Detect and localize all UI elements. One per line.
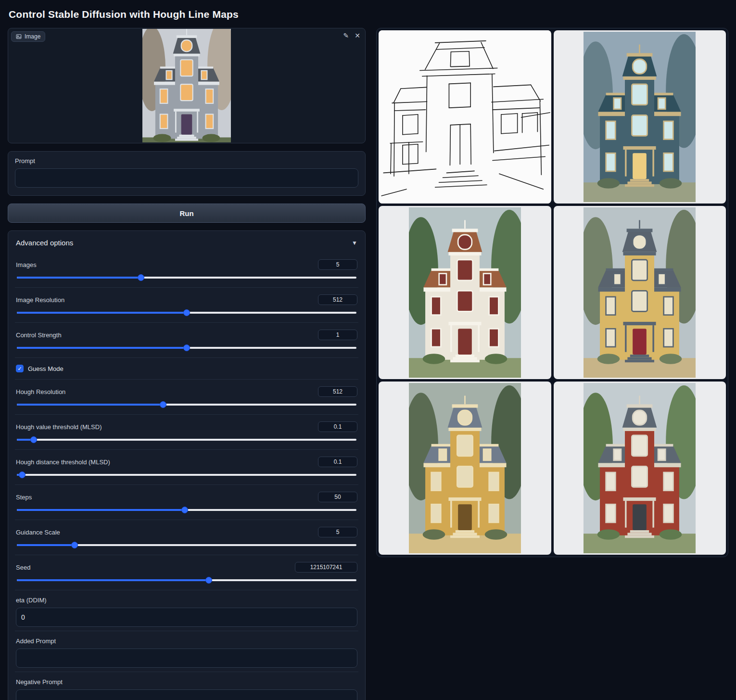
slider-row-image-resolution: Image Resolution 512 bbox=[15, 287, 358, 322]
slider-handle-images[interactable] bbox=[138, 274, 144, 281]
gallery-item-result-5[interactable] bbox=[554, 382, 726, 555]
guess-mode-checkbox[interactable]: ✓ bbox=[16, 365, 24, 372]
slider-handle-hough-distance-threshold[interactable] bbox=[19, 471, 25, 478]
slider-value-image-resolution[interactable]: 512 bbox=[318, 294, 357, 305]
slider-row-hough-distance-threshold: Hough distance threshold (MLSD) 0.1 bbox=[15, 449, 358, 484]
input-image[interactable] bbox=[142, 29, 231, 142]
slider-handle-control-strength[interactable] bbox=[183, 344, 190, 351]
slider-value-hough-value-threshold[interactable]: 0.1 bbox=[318, 421, 357, 432]
eta-label: eta (DDIM) bbox=[16, 597, 357, 604]
slider-value-hough-resolution[interactable]: 512 bbox=[318, 386, 357, 397]
slider-track-seed[interactable] bbox=[17, 579, 356, 581]
slider-value-steps[interactable]: 50 bbox=[318, 492, 357, 502]
slider-label-hough-resolution: Hough Resolution bbox=[16, 388, 65, 395]
results-column bbox=[376, 28, 728, 557]
slider-fill bbox=[17, 312, 187, 314]
run-button[interactable]: Run bbox=[8, 204, 366, 223]
slider-value-guidance-scale[interactable]: 5 bbox=[318, 527, 357, 537]
slider-row-guidance-scale: Guidance Scale 5 bbox=[15, 520, 358, 555]
slider-handle-hough-resolution[interactable] bbox=[160, 401, 166, 408]
prompt-input[interactable] bbox=[15, 168, 358, 188]
pencil-icon: ✎ bbox=[343, 32, 349, 39]
slider-track-images[interactable] bbox=[17, 277, 356, 279]
gallery-image-hough-map[interactable] bbox=[379, 30, 551, 204]
negative-prompt-input[interactable] bbox=[16, 689, 357, 700]
slider-track-hough-distance-threshold[interactable] bbox=[17, 474, 356, 476]
slider-row-control-strength: Control Strength 1 bbox=[15, 322, 358, 357]
added-prompt-label: Added Prompt bbox=[16, 637, 357, 645]
slider-handle-steps[interactable] bbox=[181, 507, 188, 513]
gallery-image-result-2[interactable] bbox=[409, 207, 521, 378]
remove-image-button[interactable]: ✕ bbox=[355, 32, 360, 39]
image-tab-label: Image bbox=[25, 33, 40, 40]
slider-handle-guidance-scale[interactable] bbox=[71, 542, 78, 548]
slider-handle-image-resolution[interactable] bbox=[183, 309, 190, 316]
gallery-image-result-3[interactable] bbox=[584, 207, 696, 378]
slider-label-image-resolution: Image Resolution bbox=[16, 296, 64, 304]
gallery-item-hough-map[interactable] bbox=[379, 30, 551, 204]
slider-value-seed[interactable]: 1215107241 bbox=[295, 562, 357, 573]
slider-label-hough-value-threshold: Hough value threshold (MLSD) bbox=[16, 423, 102, 431]
gallery-image-result-1[interactable] bbox=[584, 32, 696, 202]
slider-row-steps: Steps 50 bbox=[15, 484, 358, 520]
slider-value-images[interactable]: 5 bbox=[318, 259, 357, 270]
negative-prompt-label: Negative Prompt bbox=[16, 678, 357, 686]
slider-value-hough-distance-threshold[interactable]: 0.1 bbox=[318, 457, 357, 467]
slider-label-images: Images bbox=[16, 261, 37, 268]
slider-label-seed: Seed bbox=[16, 564, 30, 571]
prompt-block: Prompt bbox=[8, 151, 366, 196]
collapse-caret-icon[interactable]: ▼ bbox=[352, 240, 357, 246]
edit-image-button[interactable]: ✎ bbox=[343, 32, 349, 39]
slider-fill bbox=[17, 404, 163, 406]
advanced-options-title: Advanced options bbox=[16, 239, 73, 247]
slider-row-seed: Seed 1215107241 bbox=[15, 555, 358, 590]
slider-label-control-strength: Control Strength bbox=[16, 331, 62, 339]
slider-track-hough-value-threshold[interactable] bbox=[17, 439, 356, 441]
slider-track-guidance-scale[interactable] bbox=[17, 544, 356, 546]
controls-column: Image ✎ ✕ Prompt Run Ad bbox=[8, 28, 366, 700]
added-prompt-input[interactable] bbox=[16, 649, 357, 668]
slider-track-hough-resolution[interactable] bbox=[17, 404, 356, 406]
slider-handle-seed[interactable] bbox=[205, 577, 212, 584]
slider-fill bbox=[17, 544, 75, 546]
advanced-options-panel: Advanced options ▼ Images 5 bbox=[8, 230, 366, 700]
slider-track-control-strength[interactable] bbox=[17, 347, 356, 349]
gallery-item-result-3[interactable] bbox=[554, 206, 726, 379]
gallery-item-result-1[interactable] bbox=[554, 30, 726, 204]
slider-fill bbox=[17, 579, 209, 581]
app: Control Stable Diffusion with Hough Line… bbox=[0, 0, 736, 700]
slider-handle-hough-value-threshold[interactable] bbox=[30, 436, 37, 443]
eta-input[interactable] bbox=[16, 608, 357, 627]
slider-fill bbox=[17, 509, 185, 511]
page-title: Control Stable Diffusion with Hough Line… bbox=[9, 9, 728, 20]
slider-row-hough-resolution: Hough Resolution 512 bbox=[15, 379, 358, 414]
added-prompt-field: Added Prompt bbox=[15, 631, 358, 672]
gallery-image-result-5[interactable] bbox=[584, 383, 696, 553]
input-image-panel[interactable]: Image ✎ ✕ bbox=[8, 28, 366, 143]
slider-track-steps[interactable] bbox=[17, 509, 356, 511]
slider-label-guidance-scale: Guidance Scale bbox=[16, 529, 60, 536]
guess-mode-label: Guess Mode bbox=[28, 365, 63, 372]
prompt-label: Prompt bbox=[15, 157, 358, 165]
slider-label-steps: Steps bbox=[16, 494, 32, 501]
image-icon bbox=[16, 34, 22, 39]
image-tab: Image bbox=[11, 31, 45, 42]
gallery-image-result-4[interactable] bbox=[409, 383, 521, 553]
eta-field: eta (DDIM) bbox=[15, 590, 358, 631]
slider-label-hough-distance-threshold: Hough distance threshold (MLSD) bbox=[16, 458, 110, 466]
slider-row-hough-value-threshold: Hough value threshold (MLSD) 0.1 bbox=[15, 414, 358, 449]
negative-prompt-field: Negative Prompt bbox=[15, 672, 358, 700]
slider-fill bbox=[17, 277, 141, 279]
guess-mode-row: ✓ Guess Mode bbox=[15, 357, 358, 379]
output-gallery bbox=[376, 28, 728, 557]
slider-track-image-resolution[interactable] bbox=[17, 312, 356, 314]
gallery-item-result-4[interactable] bbox=[379, 382, 551, 555]
slider-fill bbox=[17, 347, 187, 349]
image-panel-actions: ✎ ✕ bbox=[343, 32, 360, 39]
gallery-item-result-2[interactable] bbox=[379, 206, 551, 379]
slider-value-control-strength[interactable]: 1 bbox=[318, 330, 357, 340]
slider-row-images: Images 5 bbox=[15, 253, 358, 287]
advanced-options-header[interactable]: Advanced options ▼ bbox=[15, 238, 358, 253]
close-icon: ✕ bbox=[355, 32, 360, 39]
